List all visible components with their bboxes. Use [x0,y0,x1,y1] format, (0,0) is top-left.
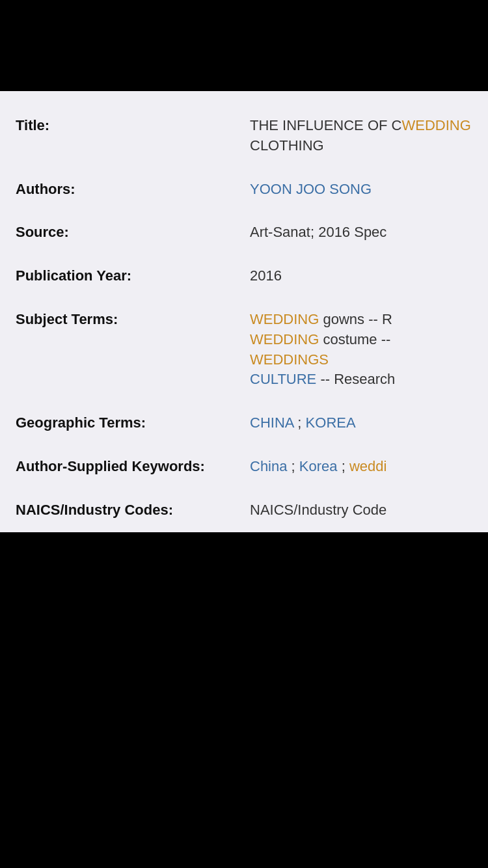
record-row-subject-terms: Subject Terms:WEDDING gowns -- RWEDDING … [0,298,488,401]
row-label-naics: NAICS/Industry Codes: [16,500,250,521]
blue-term[interactable]: YOON JOO SONG [250,181,372,197]
plain-text: -- Research [316,371,395,387]
plain-text: ; [287,458,299,474]
plain-text: NAICS/Industry Code [250,502,386,518]
record-row-title: Title:THE INFLUENCE OF CWEDDING CLOTHING [0,104,488,168]
orange-term[interactable]: WEDDING [401,117,470,133]
plain-text: ; [293,414,305,431]
blue-term[interactable]: CULTURE [250,371,316,387]
record-row-geographic-terms: Geographic Terms:CHINA ; KOREA [0,401,488,445]
row-label-author-keywords: Author-Supplied Keywords: [16,457,250,477]
row-label-pub-year: Publication Year: [16,266,250,286]
blue-term[interactable]: CHINA [250,414,293,431]
row-label-authors: Authors: [16,180,250,200]
record-row-authors: Authors:YOON JOO SONG [0,168,488,211]
row-value-author-keywords: China ; Korea ; weddi [250,457,472,477]
plain-text: gowns -- R [319,311,392,327]
plain-text: THE INFLUENCE OF C [250,117,401,133]
plain-text: ; [338,458,349,474]
row-label-geographic-terms: Geographic Terms: [16,413,250,433]
record-row-pub-year: Publication Year:2016 [0,254,488,298]
record-row-source: Source:Art-Sanat; 2016 Spec [0,211,488,254]
row-value-subject-terms: WEDDING gowns -- RWEDDING costume --WEDD… [250,310,472,390]
orange-term[interactable]: WEDDING [250,311,319,327]
blue-term[interactable]: Korea [299,458,338,474]
blue-term[interactable]: China [250,458,287,474]
row-value-geographic-terms: CHINA ; KOREA [250,413,472,433]
content-area: Title:THE INFLUENCE OF CWEDDING CLOTHING… [0,91,488,532]
blue-term[interactable]: KOREA [306,414,356,431]
row-value-naics: NAICS/Industry Code [250,500,472,521]
bottom-bar [0,532,488,610]
row-label-title: Title: [16,116,250,136]
row-value-title: THE INFLUENCE OF CWEDDING CLOTHING [250,116,472,156]
plain-text: Art-Sanat; 2016 Spec [250,224,386,240]
orange-term[interactable]: weddi [349,458,386,474]
row-value-source: Art-Sanat; 2016 Spec [250,223,472,243]
record-row-author-keywords: Author-Supplied Keywords:China ; Korea ;… [0,445,488,489]
top-bar [0,0,488,91]
plain-text: CLOTHING [250,137,324,154]
row-label-source: Source: [16,223,250,243]
row-label-subject-terms: Subject Terms: [16,310,250,330]
row-value-pub-year: 2016 [250,266,472,286]
record-row-naics: NAICS/Industry Codes:NAICS/Industry Code [0,489,488,532]
row-value-authors: YOON JOO SONG [250,180,472,200]
orange-term[interactable]: WEDDINGS [250,351,329,368]
plain-text: 2016 [250,267,282,284]
orange-term[interactable]: WEDDING [250,331,319,347]
plain-text: costume -- [319,331,390,347]
